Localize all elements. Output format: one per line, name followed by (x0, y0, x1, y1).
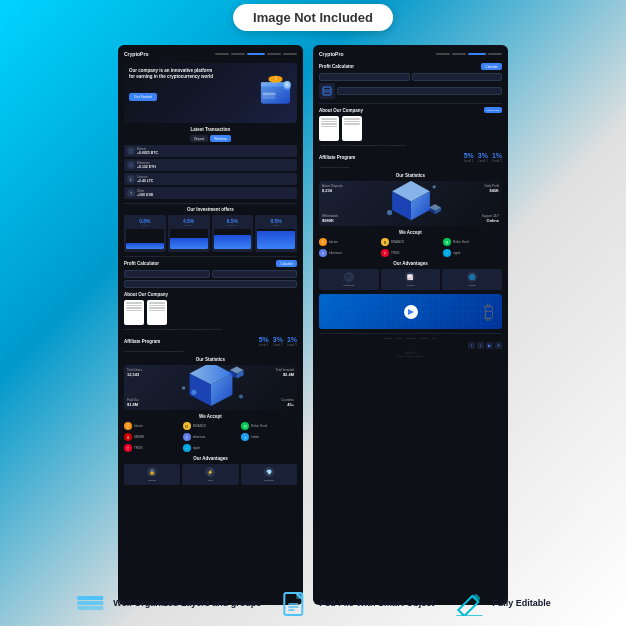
withdraw-button[interactable]: Withdraw (210, 135, 231, 142)
invest-bar-1 (126, 229, 164, 249)
play-triangle-icon (408, 309, 414, 315)
accept-grid-left: ₿ bitcoin B BINANCE R Robin Hood 8 88888… (124, 422, 297, 452)
r-robin-hood-label: Robin Hood (453, 240, 469, 244)
trans-info-ltc: Litecoin +2.45 LTC (137, 175, 294, 183)
accept-twitter: t twitter (241, 433, 297, 441)
level-percent-1: 5% (259, 336, 269, 343)
accept-tron: T TRON (124, 444, 180, 452)
ripple-label: ripple (193, 446, 200, 450)
ethereum-label: ethereum (193, 435, 206, 439)
ltc-icon: Ł (127, 175, 135, 183)
left-nav-header: CryptoPro (124, 51, 297, 59)
r-accept-ripple: ~ ripple (443, 249, 502, 257)
affiliate-title-left: Affiliate Program (124, 339, 160, 344)
doc-line-r7 (344, 123, 360, 125)
twitter-icon: t (241, 433, 249, 441)
footer-link-contact[interactable]: Contact (419, 337, 428, 340)
r-binance-label: BINANCE (391, 240, 404, 244)
advantages-title-right: Our Advantages (319, 261, 502, 266)
level-item-2: 3% Level 2 (273, 336, 283, 347)
nav-dot-2 (231, 53, 245, 55)
youtube-social-icon[interactable]: ▶ (486, 342, 493, 349)
level-label-r2: Level 2 (478, 159, 488, 163)
calc-button-right[interactable]: Calculate (481, 63, 502, 70)
right-divider-1 (319, 103, 502, 104)
level-item-3: 1% Level 3 (287, 336, 297, 347)
about-section-left: About Our Company (124, 292, 297, 332)
invest-bar-fill-4 (257, 231, 295, 249)
calc-input-r-period[interactable] (412, 73, 503, 81)
right-nav-dot-4 (488, 53, 502, 55)
footer-link-home[interactable]: Home (384, 337, 391, 340)
doc-icon-2 (147, 300, 167, 325)
about-text-right: Lorem ipsum dolor sit amet consectetur a… (319, 144, 502, 148)
trans-info-eth: Ethereum +0.152 ETH (137, 161, 294, 169)
r-stat-top-left: Active Deposits8,234 (322, 184, 343, 193)
about-read-more-button[interactable]: Read More (484, 107, 502, 113)
doc-line-6 (149, 305, 165, 307)
calc-input-r-amount[interactable] (319, 73, 410, 81)
adv-label-3: Premium (243, 479, 295, 482)
r-robin-hood-icon: R (443, 238, 451, 246)
invest-card-1: 0.8% Daily (124, 215, 166, 252)
doc-lines-2 (149, 302, 165, 312)
feature-text-psd: Psd File With Smart Object (319, 598, 434, 610)
other-icon: ? (127, 189, 135, 197)
accept-ethereum: Ξ ethereum (183, 433, 239, 441)
r-ripple-icon: ~ (443, 249, 451, 257)
doc-icon-1 (124, 300, 144, 325)
facebook-social-icon[interactable]: f (468, 342, 475, 349)
calc-inputs-left (124, 270, 297, 278)
stat-top-right: Total Invested$2.4M (275, 368, 294, 377)
adv-card-r1: 🛡 Protected (319, 269, 379, 290)
twitter-social-icon[interactable]: t (477, 342, 484, 349)
play-button[interactable] (404, 305, 418, 319)
trans-amount-eth: +0.152 ETH (137, 165, 294, 169)
accept-bitcoin: ₿ bitcoin (124, 422, 180, 430)
doc-lines-1 (126, 302, 142, 312)
invest-bar-3 (214, 229, 252, 249)
about-title-right: About Our Company (319, 108, 363, 113)
doc-line-8 (149, 310, 165, 312)
adv-card-1: 🔒 Secure (124, 464, 180, 485)
footer-link-services[interactable]: Services (405, 337, 415, 340)
logo-right: CryptoPro (319, 51, 343, 57)
adv-label-2: Fast (184, 479, 236, 482)
svg-rect-33 (77, 601, 103, 605)
hero-title: Our company is an innovative platform fo… (129, 68, 219, 81)
profit-calc-section-left: Profit Calculator Calculate (124, 260, 297, 288)
r-accept-robin: R Robin Hood (443, 238, 502, 246)
level-label-r3: Level 3 (492, 159, 502, 163)
doc-line-r5 (344, 118, 360, 120)
calc-button-left[interactable]: Calculate (276, 260, 297, 267)
cube-3d-icon (171, 365, 251, 410)
calc-input-amount[interactable] (124, 270, 210, 278)
svg-point-22 (326, 91, 328, 93)
deposit-button[interactable]: Deposit (190, 135, 208, 142)
footer-link-faq[interactable]: FAQ (432, 337, 437, 340)
hero-cta-button[interactable]: Get Started (129, 93, 157, 101)
doc-line-r6 (344, 121, 360, 123)
video-thumbnail[interactable]: ₿ (319, 294, 502, 329)
svg-rect-9 (263, 93, 276, 95)
level-item-r2: 3% Level 2 (478, 152, 488, 163)
calc-input-period[interactable] (212, 270, 298, 278)
doc-line-5 (149, 302, 165, 304)
trans-item-eth: Ξ Ethereum +0.152 ETH (124, 159, 297, 171)
adv-icon-r3: 🌐 (467, 272, 477, 282)
svg-point-17 (181, 386, 184, 389)
accept-robin: R Robin Hood (241, 422, 297, 430)
stat-bottom-left: Paid Out$1.8M (127, 398, 139, 407)
about-docs-left (124, 300, 297, 325)
footer-link-about[interactable]: About (395, 337, 402, 340)
telegram-social-icon[interactable]: ✈ (495, 342, 502, 349)
r-ripple-label: ripple (453, 251, 460, 255)
doc-line-r4 (321, 126, 337, 128)
affiliate-levels-right: 5% Level 1 3% Level 2 1% Level 3 (464, 152, 502, 163)
calc-input-r-result[interactable] (337, 87, 502, 95)
calc-input-plan[interactable] (124, 280, 297, 288)
video-section-right: ₿ (319, 294, 502, 329)
transaction-list: ₿ Bitcoin +0.0023 BTC Ξ Ethereum +0.152 … (124, 145, 297, 199)
adv-icon-3: 💎 (264, 467, 274, 477)
edit-icon (454, 592, 484, 616)
